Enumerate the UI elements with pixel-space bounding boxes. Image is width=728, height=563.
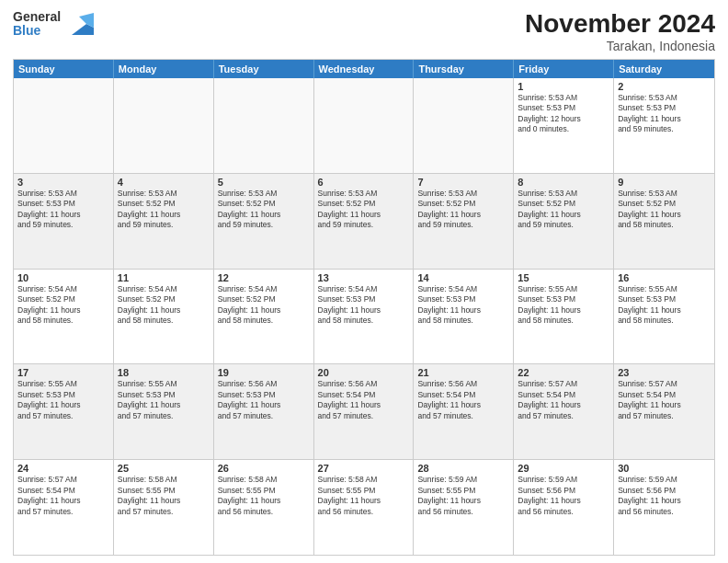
day-info: Sunrise: 5:58 AM Sunset: 5:55 PM Dayligh…: [318, 475, 410, 517]
day-number: 4: [118, 177, 210, 188]
day-number: 27: [318, 463, 410, 474]
calendar-header-cell: Sunday: [14, 60, 114, 78]
calendar-day-cell: 9Sunrise: 5:53 AM Sunset: 5:52 PM Daylig…: [614, 174, 714, 269]
day-number: 20: [318, 367, 410, 378]
calendar-header-cell: Friday: [514, 60, 614, 78]
calendar-body: 1Sunrise: 5:53 AM Sunset: 5:53 PM Daylig…: [14, 78, 714, 555]
day-info: Sunrise: 5:54 AM Sunset: 5:53 PM Dayligh…: [318, 284, 410, 327]
day-number: 12: [218, 272, 310, 283]
calendar-day-cell: 6Sunrise: 5:53 AM Sunset: 5:52 PM Daylig…: [314, 174, 415, 269]
calendar-day-cell: 29Sunrise: 5:59 AM Sunset: 5:56 PM Dayli…: [514, 460, 614, 555]
day-number: 18: [118, 367, 210, 378]
calendar-week: 10Sunrise: 5:54 AM Sunset: 5:52 PM Dayli…: [14, 270, 714, 365]
page-subtitle: Tarakan, Indonesia: [525, 39, 715, 53]
calendar-day-cell: 8Sunrise: 5:53 AM Sunset: 5:52 PM Daylig…: [514, 174, 614, 269]
calendar-day-cell: [414, 78, 514, 173]
calendar-day-cell: 30Sunrise: 5:59 AM Sunset: 5:56 PM Dayli…: [614, 460, 714, 555]
day-info: Sunrise: 5:59 AM Sunset: 5:56 PM Dayligh…: [518, 475, 609, 517]
logo-text: General Blue: [13, 10, 61, 39]
logo-line2: Blue: [13, 24, 61, 38]
day-info: Sunrise: 5:53 AM Sunset: 5:53 PM Dayligh…: [17, 189, 109, 231]
day-info: Sunrise: 5:53 AM Sunset: 5:53 PM Dayligh…: [618, 93, 711, 135]
day-number: 14: [417, 272, 509, 283]
calendar-day-cell: 22Sunrise: 5:57 AM Sunset: 5:54 PM Dayli…: [514, 364, 614, 459]
day-info: Sunrise: 5:58 AM Sunset: 5:55 PM Dayligh…: [118, 475, 210, 517]
title-area: November 2024 Tarakan, Indonesia: [525, 9, 715, 53]
calendar-day-cell: 10Sunrise: 5:54 AM Sunset: 5:52 PM Dayli…: [14, 270, 114, 364]
calendar-header-cell: Tuesday: [214, 60, 314, 78]
day-info: Sunrise: 5:57 AM Sunset: 5:54 PM Dayligh…: [518, 379, 609, 421]
day-info: Sunrise: 5:54 AM Sunset: 5:52 PM Dayligh…: [118, 284, 210, 327]
day-number: 9: [618, 177, 711, 188]
day-info: Sunrise: 5:56 AM Sunset: 5:53 PM Dayligh…: [218, 379, 310, 421]
day-number: 16: [618, 272, 711, 283]
calendar-day-cell: 21Sunrise: 5:56 AM Sunset: 5:54 PM Dayli…: [414, 364, 514, 459]
day-number: 10: [17, 272, 109, 283]
day-info: Sunrise: 5:53 AM Sunset: 5:52 PM Dayligh…: [318, 189, 410, 231]
calendar-day-cell: 3Sunrise: 5:53 AM Sunset: 5:53 PM Daylig…: [14, 174, 114, 269]
day-number: 15: [518, 272, 609, 283]
page: General Blue November 2024 Tarakan, Indo…: [0, 0, 728, 563]
day-info: Sunrise: 5:53 AM Sunset: 5:52 PM Dayligh…: [218, 189, 310, 231]
day-number: 3: [17, 177, 109, 188]
day-info: Sunrise: 5:55 AM Sunset: 5:53 PM Dayligh…: [518, 284, 609, 327]
calendar-header-cell: Thursday: [414, 60, 514, 78]
calendar-day-cell: 17Sunrise: 5:55 AM Sunset: 5:53 PM Dayli…: [14, 364, 114, 459]
day-number: 24: [17, 463, 109, 474]
day-number: 2: [618, 81, 711, 92]
day-info: Sunrise: 5:59 AM Sunset: 5:56 PM Dayligh…: [618, 475, 711, 517]
calendar-day-cell: 27Sunrise: 5:58 AM Sunset: 5:55 PM Dayli…: [314, 460, 415, 555]
calendar-header-cell: Saturday: [614, 60, 714, 78]
calendar-day-cell: 7Sunrise: 5:53 AM Sunset: 5:52 PM Daylig…: [414, 174, 514, 269]
calendar-day-cell: 26Sunrise: 5:58 AM Sunset: 5:55 PM Dayli…: [214, 460, 314, 555]
logo-area: General Blue: [13, 9, 94, 39]
calendar-day-cell: 15Sunrise: 5:55 AM Sunset: 5:53 PM Dayli…: [514, 270, 614, 364]
day-info: Sunrise: 5:54 AM Sunset: 5:52 PM Dayligh…: [218, 284, 310, 327]
day-number: 26: [218, 463, 310, 474]
calendar-day-cell: 12Sunrise: 5:54 AM Sunset: 5:52 PM Dayli…: [214, 270, 314, 364]
day-info: Sunrise: 5:57 AM Sunset: 5:54 PM Dayligh…: [618, 379, 711, 421]
day-number: 30: [618, 463, 711, 474]
calendar-header-cell: Monday: [114, 60, 214, 78]
calendar-day-cell: 28Sunrise: 5:59 AM Sunset: 5:55 PM Dayli…: [414, 460, 514, 555]
calendar-day-cell: 2Sunrise: 5:53 AM Sunset: 5:53 PM Daylig…: [614, 78, 714, 173]
day-number: 7: [417, 177, 509, 188]
calendar-day-cell: 4Sunrise: 5:53 AM Sunset: 5:52 PM Daylig…: [114, 174, 214, 269]
calendar-day-cell: 23Sunrise: 5:57 AM Sunset: 5:54 PM Dayli…: [614, 364, 714, 459]
calendar-week: 24Sunrise: 5:57 AM Sunset: 5:54 PM Dayli…: [14, 460, 714, 555]
day-info: Sunrise: 5:53 AM Sunset: 5:52 PM Dayligh…: [618, 189, 711, 231]
day-info: Sunrise: 5:54 AM Sunset: 5:53 PM Dayligh…: [417, 284, 509, 327]
calendar-day-cell: 19Sunrise: 5:56 AM Sunset: 5:53 PM Dayli…: [214, 364, 314, 459]
day-info: Sunrise: 5:58 AM Sunset: 5:55 PM Dayligh…: [218, 475, 310, 517]
day-info: Sunrise: 5:54 AM Sunset: 5:52 PM Dayligh…: [17, 284, 109, 327]
calendar-day-cell: 5Sunrise: 5:53 AM Sunset: 5:52 PM Daylig…: [214, 174, 314, 269]
calendar-header: SundayMondayTuesdayWednesdayThursdayFrid…: [14, 60, 714, 78]
calendar-day-cell: [14, 78, 114, 173]
day-number: 8: [518, 177, 609, 188]
day-number: 6: [318, 177, 410, 188]
day-number: 25: [118, 463, 210, 474]
day-info: Sunrise: 5:57 AM Sunset: 5:54 PM Dayligh…: [17, 475, 109, 517]
calendar: SundayMondayTuesdayWednesdayThursdayFrid…: [13, 59, 715, 556]
day-number: 17: [17, 367, 109, 378]
calendar-day-cell: [214, 78, 314, 173]
day-number: 21: [417, 367, 509, 378]
day-number: 29: [518, 463, 609, 474]
day-info: Sunrise: 5:59 AM Sunset: 5:55 PM Dayligh…: [417, 475, 509, 517]
day-number: 5: [218, 177, 310, 188]
calendar-day-cell: [314, 78, 415, 173]
logo-icon: [64, 9, 94, 39]
day-info: Sunrise: 5:53 AM Sunset: 5:52 PM Dayligh…: [518, 189, 609, 231]
calendar-week: 1Sunrise: 5:53 AM Sunset: 5:53 PM Daylig…: [14, 78, 714, 174]
calendar-header-cell: Wednesday: [314, 60, 415, 78]
day-info: Sunrise: 5:55 AM Sunset: 5:53 PM Dayligh…: [618, 284, 711, 327]
calendar-day-cell: 1Sunrise: 5:53 AM Sunset: 5:53 PM Daylig…: [514, 78, 614, 173]
calendar-day-cell: 11Sunrise: 5:54 AM Sunset: 5:52 PM Dayli…: [114, 270, 214, 364]
calendar-week: 3Sunrise: 5:53 AM Sunset: 5:53 PM Daylig…: [14, 174, 714, 270]
calendar-day-cell: 14Sunrise: 5:54 AM Sunset: 5:53 PM Dayli…: [414, 270, 514, 364]
logo-line1: General: [13, 10, 61, 24]
calendar-day-cell: 25Sunrise: 5:58 AM Sunset: 5:55 PM Dayli…: [114, 460, 214, 555]
day-info: Sunrise: 5:53 AM Sunset: 5:52 PM Dayligh…: [417, 189, 509, 231]
page-title: November 2024: [525, 9, 715, 39]
day-number: 13: [318, 272, 410, 283]
